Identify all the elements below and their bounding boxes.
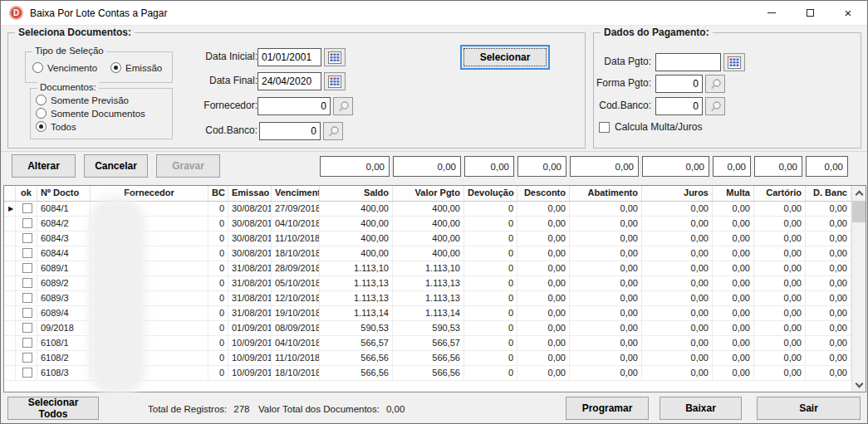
cell-multa: 0,00 <box>713 261 754 275</box>
fornecedor-search-button[interactable] <box>333 97 353 115</box>
column-header-multa: Multa <box>713 186 754 201</box>
data-pgto-input[interactable] <box>655 53 721 71</box>
selecionar-todos-button[interactable]: Selecionar Todos <box>7 397 99 420</box>
row-checkbox[interactable] <box>22 308 32 318</box>
cell-abatimento: 0,00 <box>570 246 642 261</box>
alterar-button[interactable]: Alterar <box>12 154 76 178</box>
tipo-selecao-radio-option[interactable]: Emissão <box>110 62 162 73</box>
row-checkbox[interactable] <box>22 293 32 303</box>
cell-bc: 0 <box>208 217 228 231</box>
total-saldo[interactable]: 0,00 <box>320 156 390 177</box>
column-header-ok: ok <box>16 186 37 201</box>
data-final-input[interactable] <box>257 72 321 90</box>
row-checkbox[interactable] <box>22 203 32 213</box>
selecionar-button[interactable]: Selecionar <box>460 45 550 70</box>
row-checkbox[interactable] <box>22 278 32 288</box>
calcula-multa-juros-checkbox[interactable]: Calcula Multa/Juros <box>599 121 702 133</box>
programar-button[interactable]: Programar <box>566 397 649 420</box>
gravar-button[interactable]: Gravar <box>156 154 220 178</box>
row-checkbox[interactable] <box>22 323 32 333</box>
maximize-button[interactable] <box>791 1 829 26</box>
minimize-button[interactable] <box>753 1 791 26</box>
valor-total: Valor Total dos Documentos: 0,00 <box>258 404 405 414</box>
cell-vencimento: 08/09/2018 <box>272 321 320 335</box>
row-checkbox[interactable] <box>22 263 32 273</box>
scroll-down-button[interactable] <box>852 378 866 392</box>
total-juros[interactable]: 0,00 <box>642 156 709 177</box>
cell-dbanc: 0,00 <box>806 217 851 231</box>
forma-pgto-input[interactable] <box>655 75 703 93</box>
titlebar: D Baixa Por Lote Contas a Pagar × <box>1 1 867 26</box>
cell-saldo: 400,00 <box>320 217 393 231</box>
data-pgto-calendar-button[interactable] <box>723 53 745 71</box>
scroll-up-button[interactable] <box>852 186 866 200</box>
cell-valor_pgto: 1.113,14 <box>393 306 464 320</box>
cell-saldo: 566,57 <box>320 336 393 350</box>
cell-abatimento: 0,00 <box>570 366 642 380</box>
cell-valor_pgto: 590,53 <box>393 321 464 335</box>
cell-indicator <box>4 261 16 275</box>
calendar-icon <box>728 56 741 69</box>
pgto-cod-banco-input[interactable] <box>655 97 703 115</box>
row-checkbox[interactable] <box>22 368 32 378</box>
data-final-calendar-button[interactable] <box>324 72 346 90</box>
cell-docto: 6108/1 <box>37 336 91 350</box>
pgto-cod-banco-search-button[interactable] <box>705 97 725 115</box>
row-checkbox[interactable] <box>22 353 32 363</box>
cell-ok <box>16 366 37 380</box>
total-desconto[interactable]: 0,00 <box>517 156 566 177</box>
column-header-cartorio: Cartório <box>754 186 806 201</box>
cell-abatimento: 0,00 <box>570 336 642 350</box>
data-inicial-calendar-button[interactable] <box>324 48 346 66</box>
total-valor_pgto[interactable]: 0,00 <box>393 156 461 177</box>
total-abatimento[interactable]: 0,00 <box>570 156 639 177</box>
cell-indicator <box>4 366 16 380</box>
cancelar-button[interactable]: Cancelar <box>84 154 148 178</box>
documentos-radio-option[interactable]: Somente Documentos <box>36 108 145 119</box>
grid-header: okNº DoctoFornecedorBCEmissaoVencimentoS… <box>4 186 866 202</box>
cell-emissao: 31/08/2018 <box>228 306 272 320</box>
total-multa[interactable]: 0,00 <box>713 156 751 177</box>
tipo-selecao-radio-option[interactable]: Vencimento <box>32 62 97 73</box>
calcula-multa-juros-label: Calcula Multa/Juros <box>615 121 702 133</box>
cod-banco-input[interactable] <box>259 122 321 140</box>
total-devolucao[interactable]: 0,00 <box>464 156 514 177</box>
cell-desconto: 0,00 <box>517 336 570 350</box>
cell-valor_pgto: 1.113,13 <box>393 276 464 290</box>
row-checkbox[interactable] <box>22 218 32 228</box>
cell-devolucao: 0 <box>464 261 517 275</box>
documentos-radio-option[interactable]: Somente Previsão <box>36 95 145 105</box>
cell-desconto: 0,00 <box>517 261 570 275</box>
column-header-abatimento: Abatimento <box>570 186 642 201</box>
vertical-scrollbar[interactable] <box>851 186 866 392</box>
fornecedor-input[interactable] <box>257 97 331 115</box>
cell-bc: 0 <box>208 291 228 305</box>
total-cartorio[interactable]: 0,00 <box>754 156 802 177</box>
row-checkbox[interactable] <box>22 248 32 258</box>
cell-emissao: 31/08/2018 <box>228 261 272 275</box>
cell-multa: 0,00 <box>713 291 754 305</box>
cell-devolucao: 0 <box>464 276 517 290</box>
fornecedor-label: Fornecedor: <box>174 100 257 111</box>
cell-juros: 0,00 <box>642 202 713 216</box>
totals-row: 0,000,000,000,000,000,000,000,000,00 <box>320 156 851 177</box>
cell-vencimento: 28/09/2018 <box>272 261 320 275</box>
cell-abatimento: 0,00 <box>570 217 642 231</box>
data-inicial-input[interactable] <box>257 48 321 66</box>
radio-icon <box>36 121 47 132</box>
close-button[interactable]: × <box>829 1 867 26</box>
cell-juros: 0,00 <box>642 261 713 275</box>
cell-saldo: 566,56 <box>320 366 393 380</box>
total-dbanc[interactable]: 0,00 <box>806 156 848 177</box>
cell-juros: 0,00 <box>642 217 713 231</box>
cell-devolucao: 0 <box>464 306 517 320</box>
row-checkbox[interactable] <box>22 233 32 243</box>
baixar-button[interactable]: Baixar <box>660 397 742 420</box>
sair-button[interactable]: Sair <box>757 397 861 420</box>
forma-pgto-search-button[interactable] <box>705 75 725 93</box>
documentos-radio-option[interactable]: Todos <box>36 121 145 132</box>
radio-icon <box>110 62 121 73</box>
row-checkbox[interactable] <box>22 338 32 348</box>
cod-banco-search-button[interactable] <box>323 122 343 140</box>
scrollbar-thumb[interactable] <box>852 201 866 222</box>
